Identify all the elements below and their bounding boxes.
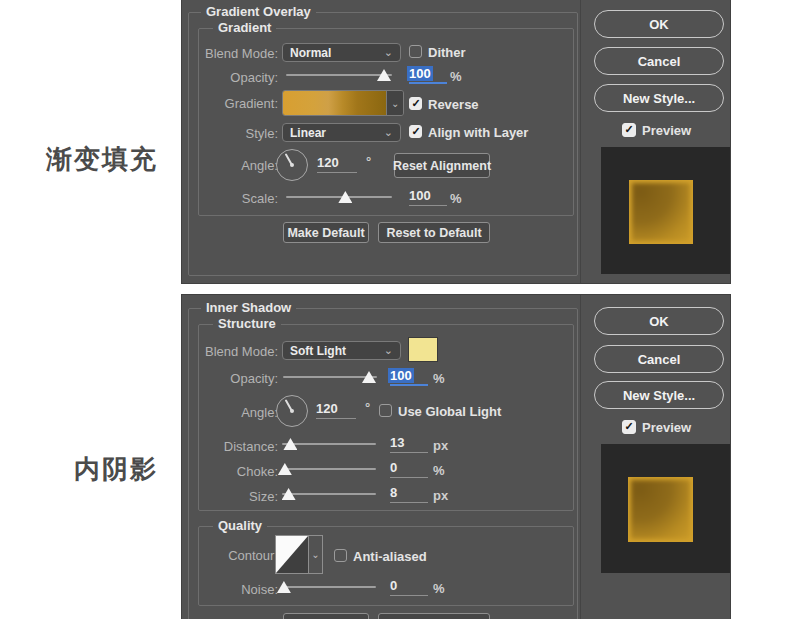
opacity-label: Opacity:	[182, 371, 278, 386]
inner-shadow-dialog: Inner Shadow Structure Blend Mode: Soft …	[181, 294, 731, 619]
angle-dial[interactable]	[276, 395, 308, 427]
gradient-swatch-picker[interactable]: ⌄	[282, 90, 404, 116]
size-value-field[interactable]: 8	[390, 485, 428, 503]
noise-value: 0	[390, 578, 397, 593]
dither-checkbox[interactable]	[409, 45, 422, 58]
chevron-down-icon: ⌄	[384, 127, 393, 138]
cancel-button[interactable]: Cancel	[594, 345, 724, 373]
contour-label: Contour:	[182, 548, 278, 563]
preview-checkbox[interactable]	[622, 420, 636, 434]
style-select[interactable]: Linear ⌄	[282, 123, 401, 142]
anti-aliased-checkbox[interactable]	[334, 549, 347, 562]
dither-label[interactable]: Dither	[428, 45, 466, 60]
opacity-unit: %	[433, 371, 445, 386]
blend-mode-select[interactable]: Normal ⌄	[282, 43, 401, 62]
make-default-button[interactable]: Make Default	[283, 613, 369, 619]
chevron-down-icon[interactable]: ⌄	[309, 535, 323, 574]
gradient-group-title: Gradient	[213, 21, 276, 35]
align-with-layer-label[interactable]: Align with Layer	[428, 125, 528, 140]
size-value: 8	[390, 485, 397, 500]
contour-thumbnail[interactable]	[275, 535, 309, 574]
contour-picker[interactable]: ⌄	[275, 535, 323, 574]
new-style-button[interactable]: New Style...	[594, 84, 724, 112]
preview-gold-square	[628, 477, 693, 542]
slider-track[interactable]	[282, 586, 376, 588]
distance-slider[interactable]	[282, 437, 376, 451]
chevron-down-icon: ⌄	[384, 345, 393, 356]
angle-value-field[interactable]: 120	[316, 401, 356, 419]
angle-value: 120	[316, 401, 338, 416]
quality-group-title: Quality	[213, 519, 267, 533]
slider-track[interactable]	[282, 493, 376, 495]
ok-button[interactable]: OK	[594, 10, 724, 38]
align-with-layer-checkbox[interactable]	[409, 125, 422, 138]
noise-label: Noise:	[182, 582, 278, 597]
noise-slider[interactable]	[282, 580, 376, 594]
opacity-value-field[interactable]: 100	[390, 368, 428, 386]
angle-needle-icon	[285, 399, 293, 411]
choke-value-field[interactable]: 0	[390, 460, 428, 478]
style-value: Linear	[290, 126, 326, 140]
blend-mode-value: Soft Light	[290, 344, 346, 358]
scale-value-field[interactable]: 100	[409, 188, 447, 206]
reset-to-default-button[interactable]: Reset to Default	[378, 222, 490, 243]
reset-to-default-button[interactable]: Reset to Default	[378, 613, 490, 619]
column-divider	[580, 0, 581, 283]
structure-group-title: Structure	[213, 317, 281, 331]
gradient-swatch[interactable]	[283, 91, 386, 115]
slider-track[interactable]	[282, 468, 376, 470]
make-default-button[interactable]: Make Default	[283, 222, 369, 243]
angle-needle-icon	[285, 153, 293, 165]
style-label: Style:	[182, 126, 278, 141]
angle-value-field[interactable]: 120	[317, 155, 357, 173]
angle-value: 120	[317, 155, 339, 170]
preview-thumbnail	[601, 444, 731, 573]
opacity-value-field[interactable]: 100	[409, 66, 447, 84]
new-style-button[interactable]: New Style...	[594, 381, 724, 409]
preview-label[interactable]: Preview	[642, 420, 691, 435]
slider-track[interactable]	[283, 376, 377, 378]
distance-value: 13	[390, 435, 404, 450]
slider-track[interactable]	[282, 443, 376, 445]
noise-unit: %	[433, 581, 445, 596]
size-slider[interactable]	[282, 487, 376, 501]
use-global-light-label[interactable]: Use Global Light	[398, 404, 501, 419]
angle-label: Angle:	[182, 158, 278, 173]
ok-button[interactable]: OK	[594, 307, 724, 335]
annotation-gradient-fill: 渐变填充	[46, 142, 158, 177]
shadow-color-swatch[interactable]	[408, 337, 438, 362]
blend-mode-value: Normal	[290, 46, 331, 60]
scale-unit: %	[450, 191, 462, 206]
scale-slider[interactable]	[286, 190, 392, 204]
opacity-value: 100	[407, 66, 433, 81]
opacity-label: Opacity:	[182, 70, 278, 85]
anti-aliased-label[interactable]: Anti-aliased	[353, 549, 427, 564]
opacity-unit: %	[450, 69, 462, 84]
size-label: Size:	[182, 489, 278, 504]
opacity-value: 100	[388, 368, 414, 383]
angle-unit: °	[366, 154, 371, 169]
choke-unit: %	[433, 463, 445, 478]
cancel-button[interactable]: Cancel	[594, 47, 724, 75]
use-global-light-checkbox[interactable]	[379, 404, 392, 417]
gradient-field-label: Gradient:	[182, 96, 278, 111]
preview-checkbox[interactable]	[622, 123, 636, 137]
choke-value: 0	[390, 460, 397, 475]
opacity-slider[interactable]	[286, 68, 392, 82]
chevron-down-icon[interactable]: ⌄	[386, 91, 403, 115]
distance-value-field[interactable]: 13	[390, 435, 428, 453]
distance-unit: px	[433, 438, 448, 453]
reverse-label[interactable]: Reverse	[428, 97, 479, 112]
preview-label[interactable]: Preview	[642, 123, 691, 138]
angle-dial[interactable]	[276, 149, 308, 181]
reverse-checkbox[interactable]	[409, 97, 422, 110]
blend-mode-select[interactable]: Soft Light ⌄	[282, 341, 401, 360]
noise-value-field[interactable]: 0	[390, 578, 428, 596]
column-divider	[580, 295, 581, 619]
slider-track[interactable]	[286, 74, 392, 76]
opacity-slider[interactable]	[283, 370, 377, 384]
choke-slider[interactable]	[282, 462, 376, 476]
blend-mode-label: Blend Mode:	[182, 344, 278, 359]
reset-alignment-button[interactable]: Reset Alignment	[394, 153, 490, 178]
slider-track[interactable]	[286, 196, 392, 198]
